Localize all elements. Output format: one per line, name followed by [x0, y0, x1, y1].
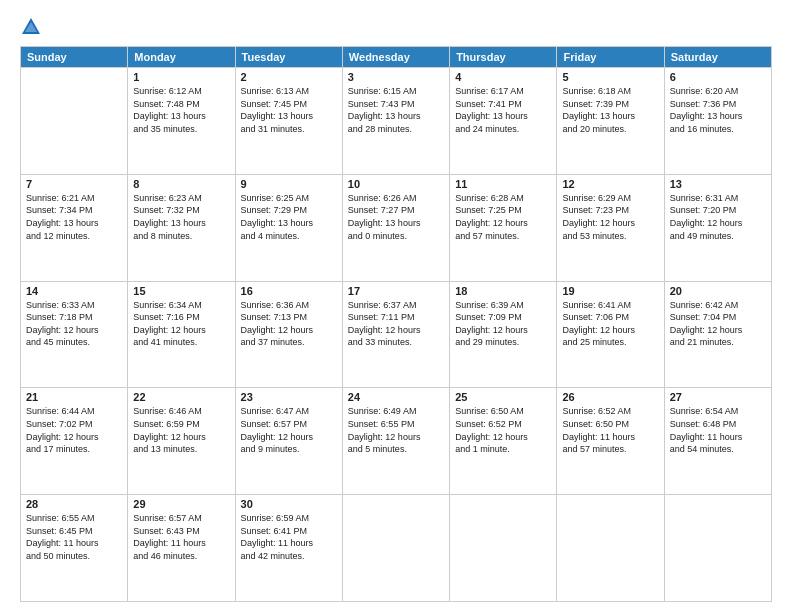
day-cell: 20Sunrise: 6:42 AM Sunset: 7:04 PM Dayli…	[664, 281, 771, 388]
day-info: Sunrise: 6:26 AM Sunset: 7:27 PM Dayligh…	[348, 192, 444, 242]
day-number: 4	[455, 71, 551, 83]
day-number: 13	[670, 178, 766, 190]
day-cell: 19Sunrise: 6:41 AM Sunset: 7:06 PM Dayli…	[557, 281, 664, 388]
day-cell: 10Sunrise: 6:26 AM Sunset: 7:27 PM Dayli…	[342, 174, 449, 281]
day-info: Sunrise: 6:12 AM Sunset: 7:48 PM Dayligh…	[133, 85, 229, 135]
day-info: Sunrise: 6:41 AM Sunset: 7:06 PM Dayligh…	[562, 299, 658, 349]
day-cell: 26Sunrise: 6:52 AM Sunset: 6:50 PM Dayli…	[557, 388, 664, 495]
day-info: Sunrise: 6:52 AM Sunset: 6:50 PM Dayligh…	[562, 405, 658, 455]
day-cell: 14Sunrise: 6:33 AM Sunset: 7:18 PM Dayli…	[21, 281, 128, 388]
day-number: 5	[562, 71, 658, 83]
day-number: 22	[133, 391, 229, 403]
day-info: Sunrise: 6:37 AM Sunset: 7:11 PM Dayligh…	[348, 299, 444, 349]
day-cell: 1Sunrise: 6:12 AM Sunset: 7:48 PM Daylig…	[128, 68, 235, 175]
day-number: 7	[26, 178, 122, 190]
calendar-table: SundayMondayTuesdayWednesdayThursdayFrid…	[20, 46, 772, 602]
day-number: 18	[455, 285, 551, 297]
day-info: Sunrise: 6:47 AM Sunset: 6:57 PM Dayligh…	[241, 405, 337, 455]
day-cell: 12Sunrise: 6:29 AM Sunset: 7:23 PM Dayli…	[557, 174, 664, 281]
header	[20, 16, 772, 38]
day-info: Sunrise: 6:57 AM Sunset: 6:43 PM Dayligh…	[133, 512, 229, 562]
day-cell: 15Sunrise: 6:34 AM Sunset: 7:16 PM Dayli…	[128, 281, 235, 388]
day-number: 3	[348, 71, 444, 83]
day-cell: 17Sunrise: 6:37 AM Sunset: 7:11 PM Dayli…	[342, 281, 449, 388]
day-number: 11	[455, 178, 551, 190]
day-cell: 28Sunrise: 6:55 AM Sunset: 6:45 PM Dayli…	[21, 495, 128, 602]
day-cell	[21, 68, 128, 175]
header-row: SundayMondayTuesdayWednesdayThursdayFrid…	[21, 47, 772, 68]
day-number: 30	[241, 498, 337, 510]
day-number: 16	[241, 285, 337, 297]
day-cell: 18Sunrise: 6:39 AM Sunset: 7:09 PM Dayli…	[450, 281, 557, 388]
day-cell: 13Sunrise: 6:31 AM Sunset: 7:20 PM Dayli…	[664, 174, 771, 281]
day-info: Sunrise: 6:34 AM Sunset: 7:16 PM Dayligh…	[133, 299, 229, 349]
day-number: 27	[670, 391, 766, 403]
week-row: 7Sunrise: 6:21 AM Sunset: 7:34 PM Daylig…	[21, 174, 772, 281]
day-info: Sunrise: 6:28 AM Sunset: 7:25 PM Dayligh…	[455, 192, 551, 242]
day-number: 1	[133, 71, 229, 83]
day-cell: 5Sunrise: 6:18 AM Sunset: 7:39 PM Daylig…	[557, 68, 664, 175]
header-day: Friday	[557, 47, 664, 68]
day-number: 8	[133, 178, 229, 190]
day-info: Sunrise: 6:33 AM Sunset: 7:18 PM Dayligh…	[26, 299, 122, 349]
day-info: Sunrise: 6:49 AM Sunset: 6:55 PM Dayligh…	[348, 405, 444, 455]
day-number: 23	[241, 391, 337, 403]
day-cell: 25Sunrise: 6:50 AM Sunset: 6:52 PM Dayli…	[450, 388, 557, 495]
day-number: 29	[133, 498, 229, 510]
calendar-page: SundayMondayTuesdayWednesdayThursdayFrid…	[0, 0, 792, 612]
day-info: Sunrise: 6:54 AM Sunset: 6:48 PM Dayligh…	[670, 405, 766, 455]
day-number: 26	[562, 391, 658, 403]
logo-icon	[20, 16, 42, 38]
day-number: 9	[241, 178, 337, 190]
day-number: 2	[241, 71, 337, 83]
day-number: 19	[562, 285, 658, 297]
day-info: Sunrise: 6:46 AM Sunset: 6:59 PM Dayligh…	[133, 405, 229, 455]
day-info: Sunrise: 6:21 AM Sunset: 7:34 PM Dayligh…	[26, 192, 122, 242]
day-cell: 22Sunrise: 6:46 AM Sunset: 6:59 PM Dayli…	[128, 388, 235, 495]
day-number: 14	[26, 285, 122, 297]
day-info: Sunrise: 6:55 AM Sunset: 6:45 PM Dayligh…	[26, 512, 122, 562]
day-number: 25	[455, 391, 551, 403]
day-info: Sunrise: 6:39 AM Sunset: 7:09 PM Dayligh…	[455, 299, 551, 349]
day-info: Sunrise: 6:29 AM Sunset: 7:23 PM Dayligh…	[562, 192, 658, 242]
day-number: 21	[26, 391, 122, 403]
day-info: Sunrise: 6:44 AM Sunset: 7:02 PM Dayligh…	[26, 405, 122, 455]
day-cell: 30Sunrise: 6:59 AM Sunset: 6:41 PM Dayli…	[235, 495, 342, 602]
header-day: Thursday	[450, 47, 557, 68]
day-cell: 8Sunrise: 6:23 AM Sunset: 7:32 PM Daylig…	[128, 174, 235, 281]
day-info: Sunrise: 6:13 AM Sunset: 7:45 PM Dayligh…	[241, 85, 337, 135]
day-number: 6	[670, 71, 766, 83]
day-cell: 4Sunrise: 6:17 AM Sunset: 7:41 PM Daylig…	[450, 68, 557, 175]
day-number: 24	[348, 391, 444, 403]
week-row: 1Sunrise: 6:12 AM Sunset: 7:48 PM Daylig…	[21, 68, 772, 175]
day-info: Sunrise: 6:18 AM Sunset: 7:39 PM Dayligh…	[562, 85, 658, 135]
header-day: Wednesday	[342, 47, 449, 68]
day-info: Sunrise: 6:15 AM Sunset: 7:43 PM Dayligh…	[348, 85, 444, 135]
day-cell: 24Sunrise: 6:49 AM Sunset: 6:55 PM Dayli…	[342, 388, 449, 495]
day-cell: 3Sunrise: 6:15 AM Sunset: 7:43 PM Daylig…	[342, 68, 449, 175]
day-cell	[342, 495, 449, 602]
day-cell: 21Sunrise: 6:44 AM Sunset: 7:02 PM Dayli…	[21, 388, 128, 495]
day-cell: 2Sunrise: 6:13 AM Sunset: 7:45 PM Daylig…	[235, 68, 342, 175]
week-row: 28Sunrise: 6:55 AM Sunset: 6:45 PM Dayli…	[21, 495, 772, 602]
day-info: Sunrise: 6:23 AM Sunset: 7:32 PM Dayligh…	[133, 192, 229, 242]
header-day: Tuesday	[235, 47, 342, 68]
day-cell: 7Sunrise: 6:21 AM Sunset: 7:34 PM Daylig…	[21, 174, 128, 281]
day-number: 12	[562, 178, 658, 190]
day-info: Sunrise: 6:36 AM Sunset: 7:13 PM Dayligh…	[241, 299, 337, 349]
day-number: 20	[670, 285, 766, 297]
day-number: 10	[348, 178, 444, 190]
header-day: Monday	[128, 47, 235, 68]
logo	[20, 16, 45, 38]
day-cell: 29Sunrise: 6:57 AM Sunset: 6:43 PM Dayli…	[128, 495, 235, 602]
day-cell: 11Sunrise: 6:28 AM Sunset: 7:25 PM Dayli…	[450, 174, 557, 281]
day-number: 17	[348, 285, 444, 297]
day-info: Sunrise: 6:31 AM Sunset: 7:20 PM Dayligh…	[670, 192, 766, 242]
day-info: Sunrise: 6:17 AM Sunset: 7:41 PM Dayligh…	[455, 85, 551, 135]
day-cell: 27Sunrise: 6:54 AM Sunset: 6:48 PM Dayli…	[664, 388, 771, 495]
day-info: Sunrise: 6:25 AM Sunset: 7:29 PM Dayligh…	[241, 192, 337, 242]
day-cell: 9Sunrise: 6:25 AM Sunset: 7:29 PM Daylig…	[235, 174, 342, 281]
day-cell	[557, 495, 664, 602]
day-info: Sunrise: 6:42 AM Sunset: 7:04 PM Dayligh…	[670, 299, 766, 349]
day-number: 28	[26, 498, 122, 510]
